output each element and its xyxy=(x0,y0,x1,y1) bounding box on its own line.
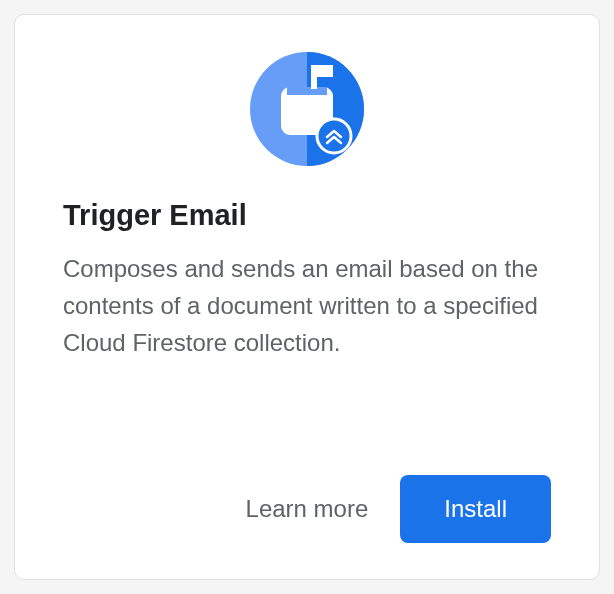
svg-rect-5 xyxy=(287,87,327,95)
extension-card: Trigger Email Composes and sends an emai… xyxy=(14,14,600,580)
card-icon-wrap xyxy=(63,51,551,171)
svg-rect-6 xyxy=(311,65,317,89)
mailbox-firebase-icon xyxy=(249,51,365,171)
card-description: Composes and sends an email based on the… xyxy=(63,250,551,362)
learn-more-button[interactable]: Learn more xyxy=(246,495,369,523)
svg-rect-7 xyxy=(317,65,333,77)
card-content: Trigger Email Composes and sends an emai… xyxy=(63,199,551,455)
card-actions: Learn more Install xyxy=(63,475,551,543)
card-title: Trigger Email xyxy=(63,199,551,232)
install-button[interactable]: Install xyxy=(400,475,551,543)
